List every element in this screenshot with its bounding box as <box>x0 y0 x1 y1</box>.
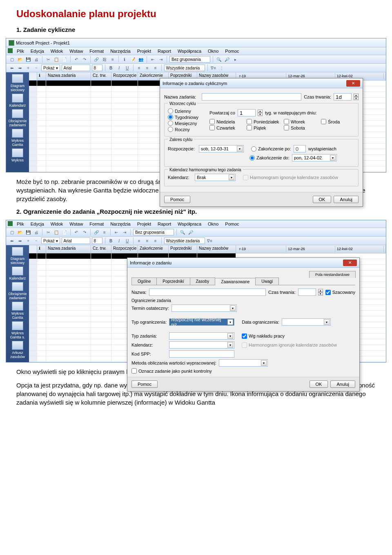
col-zasoby[interactable]: Nazwy zasobów <box>197 245 236 253</box>
col-nazwa[interactable]: Nazwa zadania <box>46 245 91 253</box>
menu-format[interactable]: Format <box>87 221 106 227</box>
czastrw-stepper[interactable]: ▲▼ <box>318 289 323 295</box>
undo-icon[interactable]: ↶ <box>73 229 80 235</box>
menu-okno[interactable]: Okno <box>205 48 221 54</box>
underline-icon[interactable]: U <box>124 237 131 244</box>
dataogr-combo[interactable]: ▾ <box>282 318 331 326</box>
check-punkt[interactable]: Oznacz zadanie jako punkt kontrolny <box>131 368 355 374</box>
align-right-icon[interactable]: ≡ <box>152 65 159 71</box>
redo-icon[interactable]: ↷ <box>81 56 88 63</box>
check-szacowany[interactable]: Szacowany <box>325 290 355 295</box>
czastrw-input[interactable] <box>298 289 316 296</box>
col-cztrw[interactable]: Cz. trw. <box>91 245 111 253</box>
align-left-icon[interactable]: ≡ <box>136 237 143 244</box>
bold-icon[interactable]: B <box>108 237 114 244</box>
col-cztrw[interactable]: Cz. trw. <box>91 72 111 80</box>
sidebar-item-wykres[interactable]: Wykres <box>7 148 28 162</box>
menu-wspolpraca[interactable]: Współpraca <box>175 48 204 54</box>
undo-icon[interactable]: ↶ <box>73 56 80 63</box>
align-center-icon[interactable]: ≡ <box>144 237 151 244</box>
check-piatek[interactable]: Piątek <box>247 125 281 130</box>
goto-icon[interactable]: ▸ <box>232 56 238 63</box>
split-icon[interactable]: ≡ <box>109 56 116 63</box>
col-rozp[interactable]: Rozpoczęcie <box>111 245 138 253</box>
menu-narzedzia[interactable]: Narzędzia <box>108 221 133 227</box>
sidebar-item-diagram[interactable]: Diagram sieciowy <box>7 74 28 92</box>
underline-icon[interactable]: U <box>124 65 131 71</box>
menu-raport[interactable]: Raport <box>155 48 174 54</box>
collapse-icon[interactable]: － <box>33 237 40 244</box>
font-combo[interactable]: Arial <box>62 65 90 71</box>
outdent-icon[interactable]: ⇥ <box>158 56 164 63</box>
zoom-out-icon[interactable]: 🔎 <box>224 56 230 63</box>
rozp-combo[interactable]: sob, 12-03-31▾ <box>199 145 244 152</box>
radio-miesieczny[interactable]: Miesięczny <box>168 121 205 126</box>
cancel-button[interactable]: Anuluj <box>334 196 359 203</box>
copy-icon[interactable]: 📋 <box>53 56 60 63</box>
radio-zakpo[interactable]: Zakończenie po: <box>251 146 291 152</box>
save-icon[interactable]: 💾 <box>25 56 31 63</box>
help-button[interactable]: Pomoc <box>131 380 158 388</box>
tab-zaawansowane[interactable]: Zaawansowane <box>215 278 256 285</box>
italic-icon[interactable]: I <box>116 65 122 71</box>
typzad-combo[interactable]: ▾ <box>169 332 234 340</box>
fontsize-combo[interactable]: 8 <box>92 237 102 244</box>
show-combo[interactable]: Pokaż ▾ <box>41 65 60 71</box>
menu-raport[interactable]: Raport <box>155 221 174 227</box>
menu-widok[interactable]: Widok <box>48 48 66 54</box>
col-poprz[interactable]: Poprzedniki <box>169 245 197 253</box>
col-blank[interactable] <box>29 72 37 80</box>
zoom-out-icon[interactable]: 🔎 <box>187 229 194 235</box>
indent-icon[interactable]: ⇤ <box>113 229 120 235</box>
tab-zasoby[interactable]: Zasoby <box>190 278 216 285</box>
print-icon[interactable]: 🖨 <box>33 56 40 63</box>
termin-combo[interactable]: ▾ <box>172 304 237 312</box>
ok-button[interactable]: OK <box>313 196 332 203</box>
sidebar-item-arkusz[interactable]: Arkusz zasobów <box>7 341 28 359</box>
link-icon[interactable]: 🔗 <box>93 56 100 63</box>
check-sroda[interactable]: Środa <box>321 119 355 124</box>
note-icon[interactable]: 📝 <box>129 56 136 63</box>
menu-pomoc[interactable]: Pomoc <box>223 48 241 54</box>
radio-tygodniowy[interactable]: Tygodniowy <box>168 114 205 120</box>
help-button[interactable]: Pomoc <box>164 196 190 203</box>
sidebar-item-kalendarz[interactable]: Kalendarz <box>7 266 28 280</box>
filter-combo[interactable]: Wszystkie zadania <box>164 65 205 71</box>
nazwa-input[interactable] <box>202 93 301 101</box>
col-info[interactable]: ℹ <box>37 72 46 80</box>
italic-icon[interactable]: I <box>116 237 122 244</box>
metoda-combo[interactable]: ▾ <box>219 359 268 367</box>
outdent-icon[interactable]: ⇥ <box>121 229 128 235</box>
indent-icon[interactable]: ⇤ <box>149 56 156 63</box>
cut-icon[interactable]: ✂ <box>45 56 51 63</box>
save-icon[interactable]: 💾 <box>25 229 31 235</box>
indent2-icon[interactable]: ➡ <box>17 65 23 71</box>
sidebar-item-obciazenie[interactable]: Obciążenie zadaniami <box>7 109 28 127</box>
czastrw-input[interactable] <box>334 93 352 101</box>
filter-combo[interactable]: Wszystkie zadania <box>164 237 205 244</box>
unlink-icon[interactable]: ⛓ <box>101 56 108 63</box>
zoom-in-icon[interactable]: 🔍 <box>216 56 222 63</box>
cut-icon[interactable]: ✂ <box>45 229 51 235</box>
info-icon[interactable]: ℹ <box>121 56 128 63</box>
nazwa-input[interactable] <box>149 289 266 296</box>
fontsize-combo[interactable]: 8 <box>92 65 102 71</box>
check-czwartek[interactable]: Czwartek <box>209 125 243 130</box>
check-wgnakl[interactable]: Wg nakładu pracy <box>242 333 285 339</box>
menu-okno[interactable]: Okno <box>205 221 221 227</box>
sidebar-item-kalendarz[interactable]: Kalendarz <box>7 94 28 107</box>
menu-projekt[interactable]: Projekt <box>135 48 154 54</box>
grouping-combo[interactable]: Bez grupowania <box>133 229 174 235</box>
more-icon[interactable]: ⋮ <box>218 65 225 71</box>
sidebar-item-gantt[interactable]: Wykres Gantta <box>7 129 28 147</box>
check-niedziela[interactable]: Niedziela <box>209 119 243 124</box>
copy-icon[interactable]: 📋 <box>53 229 60 235</box>
ok-button[interactable]: OK <box>310 380 328 388</box>
menu-edycja[interactable]: Edycja <box>28 221 47 227</box>
kodspp-input[interactable] <box>169 350 234 358</box>
align-right-icon[interactable]: ≡ <box>152 237 159 244</box>
check-poniedzialek[interactable]: Poniedziałek <box>247 119 281 124</box>
radio-dzienny[interactable]: Dzienny <box>168 108 205 114</box>
menu-edycja[interactable]: Edycja <box>28 48 47 54</box>
open-icon[interactable]: 📂 <box>17 56 23 63</box>
